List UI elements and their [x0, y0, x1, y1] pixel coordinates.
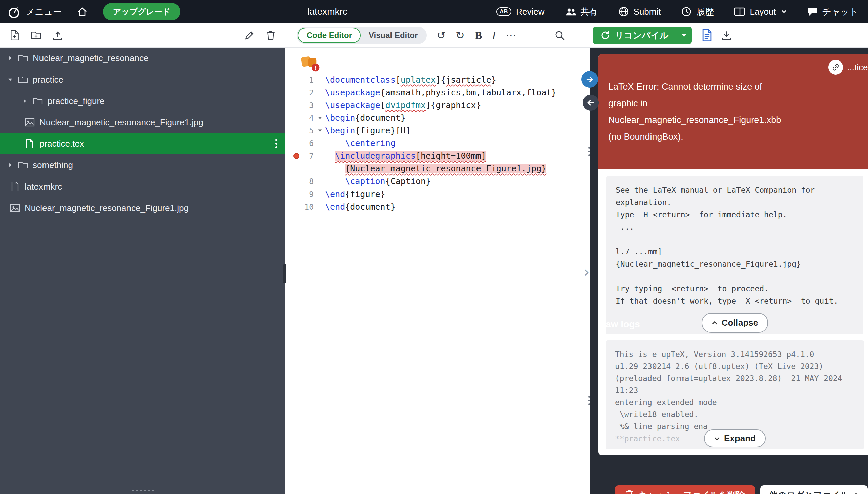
file-tree-item[interactable]: Nuclear_magnetic_resonance_Figure1.jpg [0, 112, 286, 133]
jump-to-code-arrow-button[interactable] [582, 95, 599, 111]
chevron-right-icon[interactable] [22, 98, 28, 104]
error-header: LaTeX Error: Cannot determine size of gr… [598, 54, 868, 169]
code-line[interactable]: 6 \centering [286, 137, 590, 150]
review-button[interactable]: AB Review [486, 0, 555, 23]
home-icon[interactable] [77, 6, 88, 17]
undo-icon[interactable]: ↺ [437, 30, 446, 41]
kebab-menu-icon[interactable] [275, 139, 277, 148]
recompile-label: リコンパイル [615, 30, 669, 41]
recompile-dropdown[interactable] [676, 27, 692, 44]
review-label: Review [516, 7, 544, 17]
delete-trash-icon[interactable] [265, 30, 276, 41]
chat-bubble-icon [807, 6, 818, 17]
history-label: 履歴 [697, 6, 714, 18]
code-editor-pane[interactable]: ! 1\documentclass[uplatex]{jsarticle}2\u… [286, 48, 590, 494]
panel-resize-grip[interactable] [588, 396, 590, 405]
file-tree-item[interactable]: Nuclear_magnetic_resonance_Figure1.jpg [0, 197, 286, 218]
line-number: 3 [286, 99, 315, 112]
sidebar-divider-handle[interactable] [283, 264, 286, 283]
code-line[interactable]: 7 \includegraphics[height=100mm] [286, 150, 590, 163]
upload-icon[interactable] [52, 30, 63, 41]
file-name: practice.tex [39, 139, 84, 149]
upgrade-button[interactable]: アップグレード [103, 3, 180, 20]
redo-icon[interactable]: ↻ [456, 30, 465, 41]
error-marker-icon[interactable] [293, 153, 300, 159]
code-line[interactable]: 9\end{figure} [286, 188, 590, 201]
chevron-right-icon[interactable] [7, 55, 13, 61]
file-icon [10, 182, 20, 191]
code-line[interactable]: 5\begin{figure}[H] [286, 124, 590, 137]
history-button[interactable]: 履歴 [671, 0, 724, 23]
share-label: 共有 [581, 6, 598, 18]
code-line[interactable]: 1\documentclass[uplatex]{jsarticle} [286, 74, 590, 86]
pdf-document-icon[interactable] [702, 29, 712, 42]
folder-icon [18, 75, 28, 84]
chat-button[interactable]: チャット [797, 0, 868, 23]
clear-cache-button[interactable]: キャッシュファイルを削除 [615, 485, 755, 494]
chat-label: チャット [822, 6, 858, 18]
image-icon [10, 203, 20, 213]
new-file-icon[interactable] [10, 30, 20, 41]
download-icon[interactable] [721, 30, 732, 41]
overleaf-logo[interactable] [7, 5, 21, 19]
expand-button[interactable]: Expand [704, 430, 765, 447]
compile-warning-icon[interactable]: ! [301, 55, 320, 73]
other-logs-button[interactable]: 他のログとファイル [760, 485, 868, 494]
link-icon [828, 60, 843, 75]
chevron-right-icon[interactable] [7, 162, 13, 168]
menu-button[interactable]: メニュー [26, 6, 61, 18]
code-line[interactable]: {Nuclear_magnetic_resonance_Figure1.jpg} [286, 163, 590, 175]
layout-icon [734, 6, 745, 17]
file-tree-item[interactable]: practice_figure [0, 90, 286, 112]
file-tree-item[interactable]: latexmkrc [0, 176, 286, 197]
visual-editor-tab[interactable]: Visual Editor [361, 28, 426, 43]
error-file-link[interactable]: ...tice.t [828, 59, 868, 76]
italic-button[interactable]: I [492, 30, 495, 41]
topbar-actions: AB Review 共有 Submit 履歴 [486, 0, 868, 23]
latex-editor-app: メニュー アップグレード latexmkrc AB Review 共有 [0, 0, 868, 494]
logs-panel: LaTeX Error: Cannot determine size of gr… [590, 48, 868, 494]
file-tree-item[interactable]: something [0, 154, 286, 176]
file-tree-item[interactable]: practice.tex [0, 133, 286, 154]
code-line[interactable]: 2\usepackage{amsmath,physics,bm,tabularx… [286, 86, 590, 99]
new-folder-icon[interactable] [31, 30, 41, 41]
svg-text:!: ! [314, 64, 317, 71]
collapse-button[interactable]: Collapse [702, 313, 768, 332]
history-clock-icon [681, 6, 692, 17]
chevron-down-icon[interactable] [7, 77, 13, 82]
rename-pencil-icon[interactable] [244, 30, 255, 41]
file-tree-panel: Nuclear_magnetic_resonancepracticepracti… [0, 48, 286, 494]
code-line[interactable]: 4\begin{document} [286, 112, 590, 124]
line-number: 10 [286, 201, 315, 213]
code-editor-tab[interactable]: Code Editor [298, 28, 361, 43]
bold-button[interactable]: B [475, 30, 482, 41]
layout-label: Layout [749, 7, 776, 17]
submit-button[interactable]: Submit [608, 0, 671, 23]
code-line[interactable]: 8 \caption{Caption} [286, 175, 590, 188]
fold-caret-icon[interactable] [315, 124, 325, 137]
latex-error-card: LaTeX Error: Cannot determine size of gr… [598, 54, 868, 348]
more-options-icon[interactable]: ⋯ [506, 30, 516, 41]
file-tree-item[interactable]: Nuclear_magnetic_resonance [0, 48, 286, 69]
folder-icon [33, 96, 43, 106]
jump-to-pdf-arrow-button[interactable] [581, 71, 598, 88]
panel-resize-grip[interactable] [588, 147, 590, 156]
recompile-button[interactable]: リコンパイル [593, 27, 676, 44]
line-number: 7 [286, 150, 315, 163]
share-button[interactable]: 共有 [555, 0, 608, 23]
panel-collapse-chevron-icon[interactable]: › [583, 265, 590, 280]
file-tree: Nuclear_magnetic_resonancepracticepracti… [0, 48, 286, 218]
fold-caret-icon[interactable] [315, 112, 325, 124]
code-line[interactable]: 3\usepackage[dvipdfmx]{graphicx} [286, 99, 590, 112]
trash-icon [625, 489, 634, 494]
code-line[interactable]: 10\end{document} [286, 201, 590, 213]
search-icon[interactable] [555, 30, 565, 41]
file-icon [25, 139, 35, 149]
layout-button[interactable]: Layout [724, 0, 796, 23]
editor-mode-toggle: Code Editor Visual Editor [297, 27, 427, 44]
sidebar-resize-grip[interactable] [132, 490, 153, 491]
file-tree-actions [0, 30, 286, 41]
file-name: Nuclear_magnetic_resonance_Figure1.jpg [39, 117, 203, 128]
collapse-label: Collapse [722, 317, 758, 329]
file-tree-item[interactable]: practice [0, 69, 286, 90]
